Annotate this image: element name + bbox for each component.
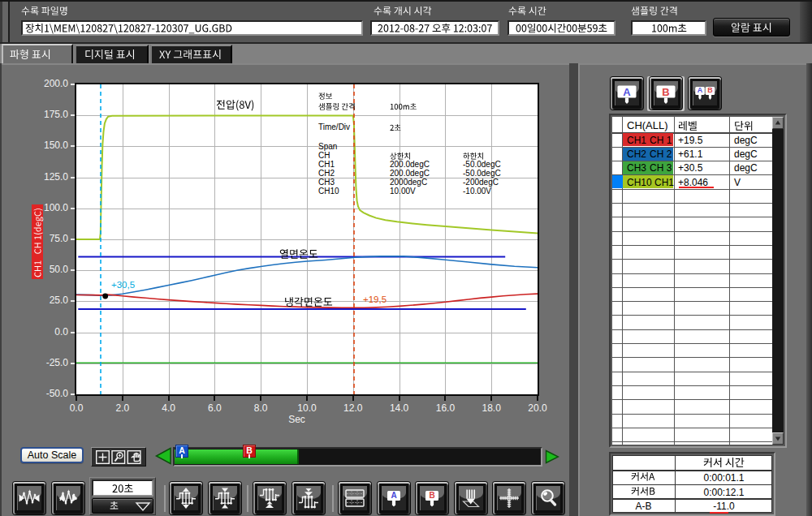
svg-text:B: B xyxy=(707,86,713,94)
svg-text:B: B xyxy=(662,86,669,98)
svg-text:A: A xyxy=(623,86,631,98)
svg-text:B: B xyxy=(430,491,435,500)
svg-text:A: A xyxy=(391,491,396,500)
svg-text:A: A xyxy=(698,86,703,94)
